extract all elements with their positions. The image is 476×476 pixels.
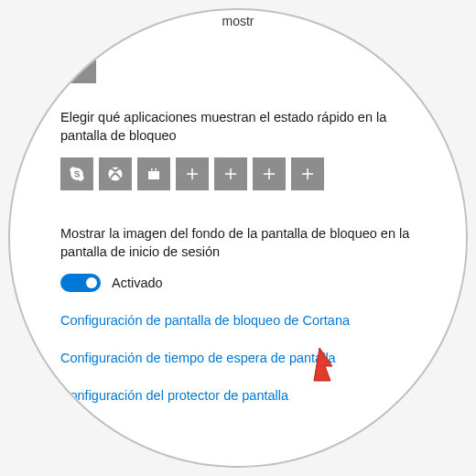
- link-cortana-lockscreen[interactable]: Configuración de pantalla de bloqueo de …: [60, 312, 433, 330]
- skype-icon: [69, 166, 85, 182]
- xbox-icon: [107, 166, 124, 182]
- quick-status-app-store[interactable]: [137, 157, 170, 190]
- quick-status-section: Elegir qué aplicaciones muestran el esta…: [60, 109, 433, 405]
- quick-status-label: Elegir qué aplicaciones muestran el esta…: [60, 109, 433, 145]
- quick-status-empty-slot[interactable]: [214, 157, 247, 190]
- background-toggle-state: Activado: [112, 276, 163, 290]
- lens-mask: mostr Elegir qué aplicaciones muestran e…: [8, 8, 468, 468]
- quick-status-empty-slot[interactable]: [253, 157, 286, 190]
- quick-status-empty-slot[interactable]: [291, 157, 324, 190]
- plus-icon: [299, 166, 316, 182]
- link-screen-timeout[interactable]: Configuración de tiempo de espera de pan…: [60, 350, 433, 367]
- plus-icon: [261, 166, 277, 182]
- background-toggle[interactable]: [60, 274, 101, 292]
- plus-icon: [184, 166, 200, 182]
- background-toggle-row: Activado: [60, 274, 433, 292]
- store-icon: [146, 166, 162, 182]
- link-screensaver[interactable]: Configuración del protector de pantalla: [60, 387, 433, 405]
- quick-status-tiles: [60, 157, 433, 190]
- quick-status-app-xbox[interactable]: [99, 157, 132, 190]
- quick-status-empty-slot[interactable]: [176, 157, 209, 190]
- plus-icon: [222, 166, 239, 182]
- quick-status-app-skype[interactable]: [60, 157, 93, 190]
- background-toggle-label: Mostrar la imagen del fondo de la pantal…: [60, 225, 433, 261]
- settings-content: Elegir qué aplicaciones muestran el esta…: [10, 10, 468, 425]
